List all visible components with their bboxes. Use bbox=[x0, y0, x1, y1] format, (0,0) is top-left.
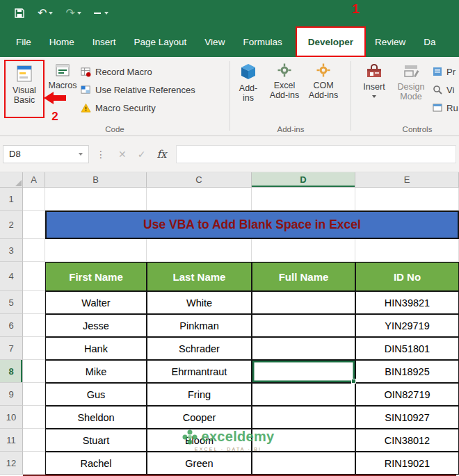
design-mode-button[interactable]: Design Mode bbox=[392, 63, 430, 101]
table-header-full-name[interactable]: Full Name bbox=[252, 262, 355, 291]
cell-b6[interactable]: Jesse bbox=[45, 314, 147, 337]
macro-security-button[interactable]: Macro Security bbox=[81, 99, 195, 117]
cell-c7[interactable]: Schrader bbox=[147, 337, 252, 360]
cell-c5[interactable]: White bbox=[147, 291, 252, 314]
cell-e8[interactable]: BIN18925 bbox=[355, 360, 459, 383]
enter-button[interactable]: ✓ bbox=[138, 149, 146, 160]
name-box-dropdown-icon[interactable] bbox=[79, 153, 83, 156]
row-header-8-selected[interactable]: 8 bbox=[0, 360, 23, 383]
empty-cell[interactable] bbox=[23, 406, 45, 429]
column-header-c[interactable]: C bbox=[147, 172, 252, 188]
row-header-5[interactable]: 5 bbox=[0, 291, 23, 314]
empty-cell[interactable] bbox=[23, 291, 45, 314]
cell-b7[interactable]: Hank bbox=[45, 337, 147, 360]
active-cell-d8[interactable] bbox=[252, 360, 355, 383]
cell-c12[interactable]: Green bbox=[147, 452, 252, 475]
tab-home[interactable]: Home bbox=[40, 26, 83, 57]
cell-c6[interactable]: Pinkman bbox=[147, 314, 252, 337]
macros-button[interactable]: Macros bbox=[45, 63, 81, 90]
tab-data[interactable]: Da bbox=[414, 26, 444, 57]
empty-cell[interactable] bbox=[355, 188, 459, 211]
cell-e5[interactable]: HIN39821 bbox=[355, 291, 459, 314]
cancel-button[interactable]: ✕ bbox=[118, 149, 127, 160]
empty-cell[interactable] bbox=[23, 337, 45, 360]
cell-d7[interactable] bbox=[252, 337, 355, 360]
cell-c11[interactable]: Bloom bbox=[147, 429, 252, 452]
fill-handle[interactable] bbox=[351, 379, 356, 384]
empty-cell[interactable] bbox=[23, 452, 45, 475]
tab-file[interactable]: File bbox=[7, 26, 40, 57]
row-header-11[interactable]: 11 bbox=[0, 429, 23, 452]
add-ins-button[interactable]: Add-ins bbox=[234, 63, 263, 103]
empty-cell[interactable] bbox=[23, 188, 45, 211]
cell-b8[interactable]: Mike bbox=[45, 360, 147, 383]
excel-add-ins-button[interactable]: Excel Add-ins bbox=[267, 63, 302, 100]
insert-function-button[interactable]: fx bbox=[156, 148, 166, 161]
tab-review[interactable]: Review bbox=[366, 26, 414, 57]
cell-e12[interactable]: RIN19021 bbox=[355, 452, 459, 475]
row-header-7[interactable]: 7 bbox=[0, 337, 23, 360]
table-header-id-no[interactable]: ID No bbox=[355, 262, 459, 291]
view-code-button[interactable]: Vi bbox=[433, 81, 459, 99]
empty-cell[interactable] bbox=[147, 188, 252, 211]
row-header-10[interactable]: 10 bbox=[0, 406, 23, 429]
cell-b5[interactable]: Walter bbox=[45, 291, 147, 314]
empty-cell[interactable] bbox=[355, 239, 459, 262]
cell-d5[interactable] bbox=[252, 291, 355, 314]
save-button[interactable] bbox=[14, 8, 25, 19]
visual-basic-button[interactable]: Visual Basic bbox=[4, 60, 45, 118]
table-header-first-name[interactable]: First Name bbox=[45, 262, 147, 291]
cell-b10[interactable]: Sheldon bbox=[45, 406, 147, 429]
properties-button[interactable]: Pr bbox=[433, 63, 459, 81]
cell-b11[interactable]: Stuart bbox=[45, 429, 147, 452]
empty-cell[interactable] bbox=[23, 211, 45, 239]
tab-developer[interactable]: Developer bbox=[296, 26, 366, 57]
row-header-9[interactable]: 9 bbox=[0, 383, 23, 406]
empty-cell[interactable] bbox=[23, 360, 45, 383]
row-header-3[interactable]: 3 bbox=[0, 239, 23, 262]
column-header-b[interactable]: B bbox=[45, 172, 147, 188]
empty-cell[interactable] bbox=[23, 239, 45, 262]
row-header-1[interactable]: 1 bbox=[0, 188, 23, 211]
column-header-d-selected[interactable]: D bbox=[252, 172, 355, 188]
empty-cell[interactable] bbox=[45, 188, 147, 211]
customize-qat-button[interactable] bbox=[94, 12, 108, 15]
cell-d9[interactable] bbox=[252, 383, 355, 406]
row-header-12[interactable]: 12 bbox=[0, 452, 23, 475]
formula-input[interactable] bbox=[176, 145, 456, 163]
empty-cell[interactable] bbox=[45, 239, 147, 262]
row-header-4[interactable]: 4 bbox=[0, 262, 23, 291]
tab-insert[interactable]: Insert bbox=[83, 26, 125, 57]
undo-button[interactable]: ↶ bbox=[38, 8, 53, 19]
empty-cell[interactable] bbox=[147, 239, 252, 262]
cell-d6[interactable] bbox=[252, 314, 355, 337]
com-add-ins-button[interactable]: COM Add-ins bbox=[305, 63, 342, 100]
table-header-last-name[interactable]: Last Name bbox=[147, 262, 252, 291]
cell-b9[interactable]: Gus bbox=[45, 383, 147, 406]
use-relative-references-button[interactable]: Use Relative References bbox=[81, 81, 195, 99]
tab-page-layout[interactable]: Page Layout bbox=[125, 26, 196, 57]
cell-d11[interactable] bbox=[252, 429, 355, 452]
empty-cell[interactable] bbox=[23, 383, 45, 406]
cell-d10[interactable] bbox=[252, 406, 355, 429]
cell-c10[interactable]: Cooper bbox=[147, 406, 252, 429]
cell-c9[interactable]: Fring bbox=[147, 383, 252, 406]
redo-button[interactable]: ↷ bbox=[65, 8, 81, 19]
tab-view[interactable]: View bbox=[195, 26, 234, 57]
cell-e6[interactable]: YIN29719 bbox=[355, 314, 459, 337]
column-header-e[interactable]: E bbox=[355, 172, 459, 188]
record-macro-button[interactable]: Record Macro bbox=[81, 63, 195, 81]
row-header-2[interactable]: 2 bbox=[0, 211, 23, 239]
select-all-button[interactable] bbox=[0, 172, 23, 188]
insert-control-button[interactable]: Insert bbox=[357, 63, 391, 98]
empty-cell[interactable] bbox=[23, 429, 45, 452]
cell-c8[interactable]: Ehrmantraut bbox=[147, 360, 252, 383]
empty-cell[interactable] bbox=[23, 314, 45, 337]
cell-e11[interactable]: CIN38012 bbox=[355, 429, 459, 452]
worksheet-title-cell[interactable]: Use VBA to Add Blank Space in Excel bbox=[45, 211, 459, 239]
column-header-a[interactable]: A bbox=[23, 172, 45, 188]
run-dialog-button[interactable]: Ru bbox=[433, 99, 459, 117]
cell-b12[interactable]: Rachel bbox=[45, 452, 147, 475]
empty-cell[interactable] bbox=[252, 239, 355, 262]
cell-e9[interactable]: OIN82719 bbox=[355, 383, 459, 406]
